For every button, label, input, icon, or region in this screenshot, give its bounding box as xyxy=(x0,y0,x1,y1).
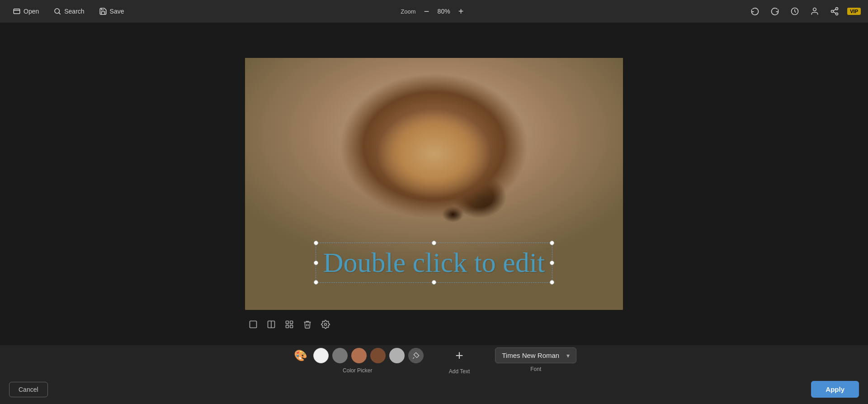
share-button[interactable] xyxy=(827,4,842,19)
svg-rect-16 xyxy=(290,325,293,328)
layout-tool-grid[interactable] xyxy=(281,316,297,333)
full-layout-icon xyxy=(249,320,258,329)
bottom-action-row: Cancel Apply xyxy=(0,375,868,404)
open-icon xyxy=(13,7,21,15)
svg-rect-10 xyxy=(250,321,257,328)
toolbar-left: Open Search Save xyxy=(7,5,130,18)
apply-button[interactable]: Apply xyxy=(811,381,859,398)
canvas-image: Double click to edit xyxy=(245,58,623,310)
open-button[interactable]: Open xyxy=(7,5,44,18)
zoom-plus-icon: + xyxy=(458,6,464,17)
handle-bottom-center[interactable] xyxy=(432,280,436,285)
toolbar-center: Zoom − 80% + xyxy=(401,5,467,18)
svg-rect-14 xyxy=(290,321,293,324)
share-icon xyxy=(830,7,839,16)
canvas-container: Double click to edit xyxy=(245,58,623,310)
add-text-button[interactable]: + xyxy=(449,346,469,366)
vip-badge[interactable]: VIP xyxy=(847,8,861,15)
svg-rect-13 xyxy=(286,321,289,324)
color-swatch-brown-dark[interactable] xyxy=(370,348,386,363)
font-select-button[interactable]: Times New Roman ▾ xyxy=(495,347,576,363)
clock-button[interactable] xyxy=(788,4,802,19)
svg-line-9 xyxy=(833,9,836,10)
svg-line-2 xyxy=(59,13,61,14)
canvas-overlay-text[interactable]: Double click to edit xyxy=(323,247,545,278)
svg-point-6 xyxy=(831,10,834,13)
undo-icon xyxy=(750,7,760,16)
zoom-percentage: 80% xyxy=(438,8,450,15)
svg-point-17 xyxy=(325,323,327,326)
color-palette-button[interactable]: 🎨 xyxy=(292,347,310,365)
top-toolbar: Open Search Save Zoom − 80% + xyxy=(0,0,868,23)
layout-tool-full[interactable] xyxy=(245,316,261,333)
canvas-text-overlay: Double click to edit xyxy=(245,242,623,283)
zoom-label: Zoom xyxy=(401,8,415,15)
search-label: Search xyxy=(64,8,84,15)
color-picker-label: Color Picker xyxy=(343,367,372,374)
svg-point-5 xyxy=(836,8,838,10)
layout-tool-split[interactable] xyxy=(263,316,279,333)
clock-icon xyxy=(790,7,799,16)
svg-point-7 xyxy=(836,13,838,15)
zoom-in-button[interactable]: + xyxy=(455,5,467,18)
bottom-toolbar: 🎨 Color Picker + Add Text xyxy=(0,345,868,404)
handle-bottom-left[interactable] xyxy=(314,280,318,285)
zoom-minus-icon: − xyxy=(424,6,429,17)
delete-button[interactable] xyxy=(299,316,316,333)
font-name: Times New Roman xyxy=(502,352,559,359)
color-swatch-white[interactable] xyxy=(313,348,329,363)
main-canvas-area: Double click to edit xyxy=(0,23,868,345)
history-button[interactable] xyxy=(748,4,762,19)
settings-icon xyxy=(321,320,330,329)
save-button[interactable]: Save xyxy=(94,5,130,18)
handle-top-left[interactable] xyxy=(314,241,318,245)
trash-icon xyxy=(303,320,312,329)
zoom-value-display: 80% xyxy=(438,7,450,15)
cancel-button[interactable]: Cancel xyxy=(9,382,48,397)
search-button[interactable]: Search xyxy=(48,5,90,18)
toolbar-right: VIP xyxy=(748,4,861,19)
color-swatches: 🎨 xyxy=(292,347,424,365)
svg-rect-0 xyxy=(14,9,20,14)
color-picker-section: 🎨 Color Picker xyxy=(292,347,424,374)
add-text-section: + Add Text xyxy=(449,346,470,375)
handle-top-center[interactable] xyxy=(432,241,436,245)
handle-top-right[interactable] xyxy=(550,241,554,245)
zoom-out-button[interactable]: − xyxy=(420,5,433,18)
color-swatch-silver[interactable] xyxy=(389,348,405,363)
chevron-down-icon: ▾ xyxy=(566,352,570,359)
save-icon xyxy=(99,7,107,15)
grid-layout-icon xyxy=(285,320,294,329)
font-section: Times New Roman ▾ Font xyxy=(495,347,576,372)
add-text-icon: + xyxy=(455,349,463,362)
svg-point-1 xyxy=(55,9,60,14)
color-swatch-brown-light[interactable] xyxy=(351,348,367,363)
svg-line-8 xyxy=(833,12,836,13)
layout-tools xyxy=(245,316,334,333)
eyedrop-button[interactable] xyxy=(408,348,424,363)
add-text-label: Add Text xyxy=(449,368,470,375)
split-layout-icon xyxy=(267,320,276,329)
search-icon xyxy=(53,7,61,15)
handle-middle-right[interactable] xyxy=(550,261,554,265)
font-label: Font xyxy=(530,366,541,372)
svg-rect-15 xyxy=(286,325,289,328)
svg-point-4 xyxy=(813,8,816,11)
bottom-tool-row: 🎨 Color Picker + Add Text xyxy=(0,345,868,375)
color-swatch-gray[interactable] xyxy=(332,348,348,363)
save-label: Save xyxy=(110,8,124,15)
settings-button[interactable] xyxy=(317,316,334,333)
redo-button[interactable] xyxy=(768,4,782,19)
redo-icon xyxy=(770,7,779,16)
handle-middle-left[interactable] xyxy=(314,261,318,265)
text-selection-box[interactable]: Double click to edit xyxy=(316,242,553,283)
eyedrop-icon xyxy=(412,352,420,359)
open-label: Open xyxy=(24,8,39,15)
user-button[interactable] xyxy=(807,4,822,19)
user-icon xyxy=(810,7,819,16)
